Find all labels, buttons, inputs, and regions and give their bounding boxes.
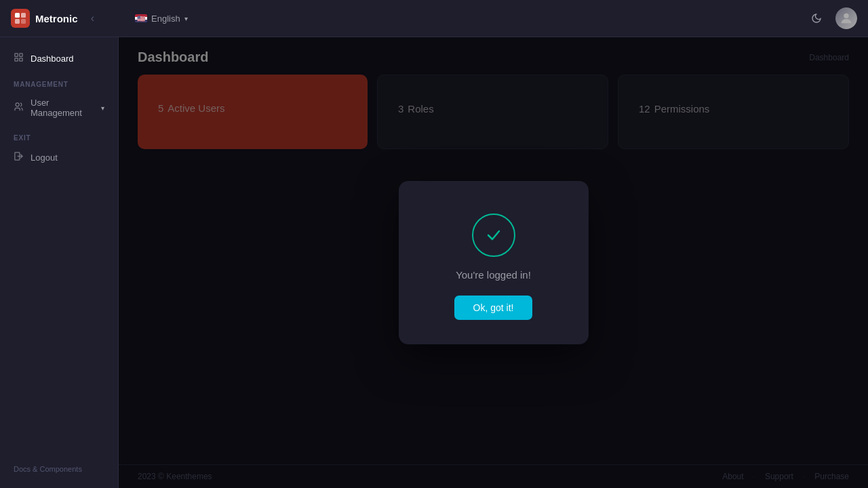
main-content: Dashboard Dashboard 5Active Users 3Roles… bbox=[119, 37, 868, 488]
topnav-center: 🇺🇸 English ▾ bbox=[130, 11, 806, 26]
svg-rect-3 bbox=[21, 19, 26, 24]
svg-rect-2 bbox=[15, 19, 20, 24]
sidebar-section-exit: Exit bbox=[0, 125, 118, 144]
flag-icon: 🇺🇸 bbox=[135, 14, 147, 22]
sidebar: Dashboard Management User Management ▾ E… bbox=[0, 37, 119, 488]
topnav-right bbox=[806, 7, 857, 29]
sidebar-section-management: Management bbox=[0, 71, 118, 91]
language-selector[interactable]: 🇺🇸 English ▾ bbox=[130, 11, 193, 26]
modal-box: You're logged in! Ok, got it! bbox=[399, 181, 589, 344]
language-label: English bbox=[151, 14, 180, 24]
logo-icon bbox=[11, 9, 30, 28]
chevron-right-icon: ▾ bbox=[101, 104, 104, 112]
topnav: Metronic ‹ 🇺🇸 English ▾ bbox=[0, 0, 868, 37]
sidebar-item-dashboard[interactable]: Dashboard bbox=[0, 45, 118, 71]
app-name: Metronic bbox=[35, 13, 78, 24]
user-management-icon bbox=[14, 102, 24, 114]
svg-rect-0 bbox=[15, 13, 20, 18]
modal-message: You're logged in! bbox=[456, 269, 531, 281]
app-body: Dashboard Management User Management ▾ E… bbox=[0, 37, 868, 488]
svg-rect-1 bbox=[21, 13, 26, 18]
avatar[interactable] bbox=[835, 7, 857, 29]
chevron-down-icon: ▾ bbox=[184, 15, 188, 22]
avatar-image bbox=[835, 7, 857, 29]
svg-rect-7 bbox=[15, 58, 18, 61]
success-circle bbox=[472, 214, 515, 257]
modal-overlay: You're logged in! Ok, got it! bbox=[119, 37, 868, 488]
svg-rect-8 bbox=[20, 58, 22, 61]
sidebar-collapse-button[interactable]: ‹ bbox=[83, 9, 102, 28]
theme-toggle-button[interactable] bbox=[806, 7, 827, 29]
docs-components-link[interactable]: Docs & Components bbox=[0, 458, 118, 480]
dashboard-icon bbox=[14, 52, 24, 64]
svg-point-4 bbox=[844, 14, 848, 18]
modal-ok-button[interactable]: Ok, got it! bbox=[454, 296, 533, 320]
sidebar-item-label: Dashboard bbox=[31, 54, 74, 64]
svg-rect-5 bbox=[15, 54, 18, 56]
svg-point-9 bbox=[16, 103, 19, 106]
logout-icon bbox=[14, 151, 24, 163]
topnav-left: Metronic ‹ bbox=[11, 9, 130, 28]
svg-rect-6 bbox=[20, 54, 22, 56]
user-management-label: User Management bbox=[31, 98, 94, 118]
sidebar-item-user-management[interactable]: User Management ▾ bbox=[0, 91, 118, 125]
sidebar-item-logout[interactable]: Logout bbox=[0, 144, 118, 170]
logout-label: Logout bbox=[31, 152, 58, 163]
